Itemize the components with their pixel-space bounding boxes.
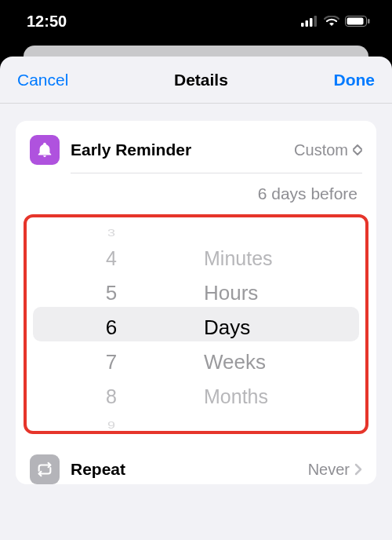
chevron-right-icon xyxy=(354,463,362,476)
picker-unit-item[interactable]: Hours xyxy=(196,275,365,310)
svg-rect-0 xyxy=(301,23,304,27)
picker-unit-column[interactable]: Minutes Hours Days Weeks Months xyxy=(196,217,365,431)
wifi-icon xyxy=(324,16,339,27)
status-bar: 12:50 xyxy=(0,0,392,42)
details-sheet: Cancel Details Done Early Reminder Custo… xyxy=(0,57,392,540)
svg-rect-5 xyxy=(347,18,364,25)
svg-rect-2 xyxy=(310,18,313,27)
early-reminder-summary: 6 days before xyxy=(16,173,376,214)
bell-icon xyxy=(30,135,60,165)
picker-unit-item[interactable]: Weeks xyxy=(196,345,365,379)
picker-number-item[interactable]: 5 xyxy=(27,275,196,310)
nav-bar: Cancel Details Done xyxy=(0,57,392,104)
updown-chevron-icon xyxy=(353,144,362,156)
early-reminder-mode[interactable]: Custom xyxy=(294,141,362,159)
picker-unit-item[interactable]: Minutes xyxy=(196,241,365,275)
done-button[interactable]: Done xyxy=(334,71,376,89)
picker-number-item[interactable]: 8 xyxy=(27,379,196,414)
repeat-row[interactable]: Repeat Never xyxy=(16,445,376,484)
page-title: Details xyxy=(174,71,228,89)
custom-picker[interactable]: 3 4 5 6 7 8 9 Minutes Hours Days W xyxy=(24,214,368,434)
picker-unit-item[interactable]: Months xyxy=(196,379,365,414)
picker-unit-selected[interactable]: Days xyxy=(196,310,365,345)
svg-rect-3 xyxy=(314,16,318,27)
early-reminder-card: Early Reminder Custom 6 days before xyxy=(16,121,376,484)
repeat-value: Never xyxy=(308,461,362,479)
picker-number-selected[interactable]: 6 xyxy=(27,310,196,345)
early-reminder-label: Early Reminder xyxy=(71,140,294,159)
cancel-button[interactable]: Cancel xyxy=(17,71,68,89)
status-time: 12:50 xyxy=(27,13,67,31)
repeat-label: Repeat xyxy=(71,460,308,479)
early-reminder-row[interactable]: Early Reminder Custom xyxy=(16,121,376,173)
picker-number-item[interactable]: 4 xyxy=(27,241,196,275)
picker-number-item[interactable]: 7 xyxy=(27,345,196,379)
picker-number-item[interactable]: 9 xyxy=(27,414,196,431)
svg-rect-6 xyxy=(368,19,370,24)
svg-rect-1 xyxy=(306,20,309,27)
cellular-icon xyxy=(301,16,318,27)
battery-icon xyxy=(345,16,370,27)
repeat-icon xyxy=(30,454,60,484)
status-icons xyxy=(301,16,370,27)
picker-number-column[interactable]: 3 4 5 6 7 8 9 xyxy=(27,217,196,431)
